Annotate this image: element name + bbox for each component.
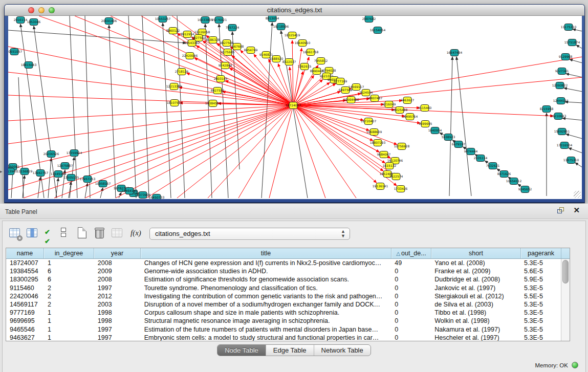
table-row[interactable]: 1938455462009Genome-wide association stu… [6, 267, 561, 275]
graph-node[interactable]: 2803144 [214, 76, 228, 82]
graph-node[interactable]: 16961758 [303, 49, 319, 56]
column-header-name[interactable]: name [6, 248, 44, 258]
select-rows-icon[interactable] [59, 227, 72, 240]
graph-node[interactable]: 10543382 [184, 40, 200, 47]
graph-node[interactable]: 22420046 [182, 53, 198, 59]
graph-node[interactable]: 19384554 [205, 100, 221, 107]
table-type-tabs[interactable]: Node TableEdge TableNetwork Table [217, 344, 371, 356]
graph-node[interactable]: 6679197 [452, 141, 466, 148]
citation-network-graph[interactable]: 1872400722226058891295498275028186328982… [8, 16, 582, 199]
graph-node[interactable]: 7857224 [226, 25, 239, 31]
graph-node[interactable]: 10807487 [367, 95, 383, 102]
node-table[interactable]: namein_degreeyeartitle△out_de...shortpag… [6, 248, 570, 341]
graph-node[interactable]: 20691406 [101, 18, 117, 25]
graph-node[interactable]: 17359924 [67, 150, 82, 157]
graph-node[interactable]: 12213389 [166, 83, 182, 90]
column-header-year[interactable]: year [94, 248, 141, 258]
graph-node[interactable]: 16647484 [447, 50, 463, 56]
graph-node[interactable]: 18815043 [21, 62, 37, 69]
table-row[interactable]: 946554611997Estimation of the future num… [6, 325, 561, 334]
table-row[interactable]: 977716911998Corpus callosum shape and si… [6, 309, 561, 317]
graph-node[interactable]: 16495764 [402, 114, 418, 120]
float-panel-icon[interactable] [557, 207, 565, 214]
column-header-out_de[interactable]: △out_de... [391, 248, 431, 258]
graph-node[interactable]: 2016114 [14, 17, 28, 24]
graph-node[interactable]: 9245652 [518, 186, 532, 193]
graph-node[interactable]: 18325419 [285, 32, 300, 39]
graph-node[interactable]: 11875310 [563, 157, 579, 164]
table-row[interactable]: 1872400712008Changes of HCN gene express… [6, 259, 561, 267]
delete-table-icon[interactable] [94, 227, 107, 240]
table-row[interactable]: 1456911722003Disruption of a novel membe… [6, 300, 561, 309]
graph-node[interactable]: 8215958 [540, 106, 554, 113]
graph-node[interactable]: 18107554 [167, 100, 183, 106]
table-row[interactable]: 911546021997Tourette syndrome. Phenomeno… [6, 284, 561, 292]
graph-node[interactable]: 5938923 [442, 134, 455, 141]
vertical-scrollbar[interactable] [561, 259, 570, 341]
graph-node[interactable]: 9474444 [464, 148, 478, 155]
graph-node[interactable]: 20206526 [43, 151, 59, 158]
table-row[interactable]: 1830029562008Estimation of significance … [6, 275, 561, 283]
graph-node[interactable]: 2718126 [175, 69, 189, 75]
graph-node[interactable]: 16640910 [295, 40, 311, 47]
graph-node[interactable]: 1362615 [298, 63, 312, 70]
graph-node[interactable]: 8813054 [266, 16, 279, 22]
graph-node[interactable]: 9129968 [559, 54, 573, 60]
table-row[interactable]: 2242004622012Investigating the contribut… [6, 292, 561, 300]
table-settings-icon[interactable] [9, 227, 22, 240]
graph-node[interactable]: 6216049 [382, 101, 396, 108]
table-header-row[interactable]: namein_degreeyeartitle△out_de...shortpag… [6, 248, 570, 259]
memory-status-indicator[interactable] [572, 362, 578, 368]
select-all-rows-icon[interactable]: ✔✔ [45, 227, 58, 240]
graph-node[interactable]: 18807293 [370, 140, 386, 146]
function-builder-icon[interactable]: f(x) [130, 229, 144, 242]
graph-node[interactable]: 19136141 [373, 183, 388, 190]
graph-node[interactable]: 17957253 [80, 176, 96, 183]
graph-node[interactable]: 10654112 [506, 178, 522, 185]
graph-node[interactable]: 20651057 [8, 49, 22, 55]
graph-node[interactable]: 7955812 [314, 58, 328, 64]
graph-node[interactable]: 17016504 [557, 142, 573, 149]
create-table-icon[interactable] [76, 227, 90, 240]
graph-node[interactable]: 9242848 [219, 62, 232, 69]
resize-grip[interactable] [574, 191, 581, 198]
graph-node[interactable]: 10025488 [392, 107, 408, 114]
graph-node[interactable]: 9227341 [555, 68, 569, 75]
graph-node[interactable]: 7632621 [486, 163, 500, 169]
select-column-icon[interactable] [26, 227, 39, 240]
graph-node[interactable]: 3913940 [8, 168, 17, 175]
graph-node[interactable]: 8186328 [206, 37, 220, 43]
graph-node[interactable]: 1733426 [394, 186, 408, 192]
tab-edge-table[interactable]: Edge Table [266, 345, 314, 356]
graph-node[interactable]: 3624554 [359, 90, 373, 96]
graph-node[interactable]: 16720407 [361, 118, 377, 125]
graph-node[interactable]: 8990448 [310, 68, 324, 75]
graph-node[interactable]: 10688609 [366, 129, 382, 136]
graph-node[interactable]: 6497568 [339, 87, 353, 94]
table-body[interactable]: 1872400712008Changes of HCN gene express… [6, 259, 561, 341]
graph-node[interactable]: 11156829 [17, 168, 33, 175]
graph-node[interactable]: 20564486 [343, 97, 359, 103]
graph-node[interactable]: 2667608 [230, 43, 244, 50]
graph-node[interactable]: 19218596 [273, 24, 289, 30]
column-header-title[interactable]: title [141, 248, 391, 258]
tab-network-table[interactable]: Network Table [314, 345, 371, 356]
graph-node[interactable]: 9684067 [377, 151, 391, 158]
table-selector-dropdown[interactable]: citations_edges.txt ▲▼ [149, 228, 350, 240]
graph-node[interactable]: 9699695 [419, 121, 432, 127]
column-header-in_degree[interactable]: in_degree [44, 248, 94, 258]
graph-node[interactable]: 13942757 [33, 170, 49, 177]
graph-node[interactable]: 12444151 [553, 98, 569, 104]
graph-node[interactable]: 8322037 [282, 59, 296, 65]
graph-node[interactable]: 2087682 [362, 16, 376, 23]
graph-node[interactable]: 2935114 [474, 155, 488, 162]
graph-node[interactable]: 16154054 [370, 27, 386, 34]
table-row[interactable]: 946362711997Embryonic stem cells: a mode… [6, 334, 561, 341]
network-view-window[interactable]: citations_edges.txt 18724007222260588912… [4, 4, 585, 203]
graph-node[interactable]: 1615132 [383, 163, 397, 169]
graph-node[interactable]: 1588520 [270, 56, 284, 62]
network-canvas[interactable]: 1872400722226058891295498275028186328982… [8, 16, 582, 199]
graph-node[interactable]: 12975887 [57, 163, 73, 169]
scrollbar-thumb[interactable] [562, 260, 569, 283]
graph-node[interactable]: 16033809 [198, 17, 213, 24]
